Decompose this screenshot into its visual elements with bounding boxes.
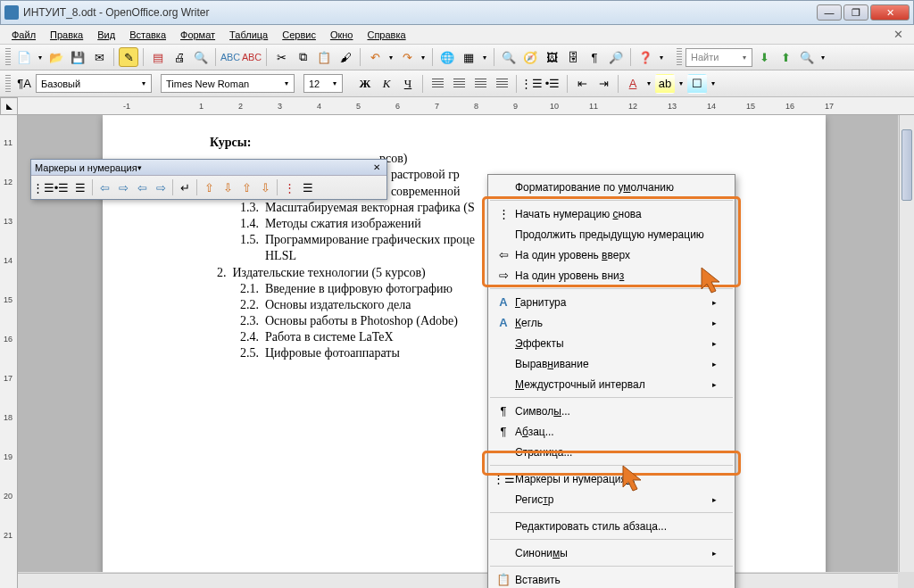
bullets-dialog-button[interactable]: ☰ [299,178,317,196]
align-right-button[interactable] [470,74,490,94]
context-menu-item[interactable]: Синонимы▸ [488,542,735,563]
maximize-button[interactable]: ❐ [843,4,868,21]
spellcheck-button[interactable]: ABC [220,47,240,67]
undo-dropdown[interactable]: ▾ [386,47,395,67]
decrease-indent-button[interactable]: ⇤ [572,74,592,94]
menu-window[interactable]: Окно [324,28,360,42]
demote-button[interactable]: ⇨ [114,178,132,196]
promote-button[interactable]: ⇦ [96,178,113,196]
list-off-button[interactable]: ☰ [71,178,89,196]
move-down-sub-button[interactable]: ⇩ [256,178,274,196]
context-menu-item[interactable]: ⇨На один уровень вниз [488,265,735,286]
context-menu-item[interactable]: ⋮☰Маркеры и нумерация... [488,468,735,489]
highlight-button[interactable]: ab [655,74,675,94]
highlight-dropdown[interactable]: ▾ [677,74,686,94]
menu-table[interactable]: Таблица [223,28,274,42]
edit-button[interactable]: ✎ [119,47,138,67]
menu-format[interactable]: Формат [174,28,221,42]
zoom-button[interactable]: 🔎 [606,47,626,67]
menu-view[interactable]: Вид [91,28,121,42]
vertical-ruler[interactable]: 11 12 13 14 15 16 17 18 19 20 21 [0,115,18,588]
context-menu-item[interactable]: Продолжить предыдущую нумерацию [488,224,735,244]
toolbar-grip[interactable] [5,75,11,93]
underline-button[interactable]: Ч [398,74,418,94]
print-button[interactable]: 🖨 [170,47,189,67]
new-doc-dropdown[interactable]: ▾ [36,47,45,67]
context-menu-item[interactable]: ⋮Начать нумерацию снова [488,203,735,224]
print-preview-button[interactable]: 🔍 [191,47,211,67]
font-color-button[interactable]: A [623,74,643,94]
restart-numbering-button[interactable]: ⋮ [280,178,298,196]
float-close-button[interactable]: ✕ [370,161,383,174]
context-menu-item[interactable]: Страница... [488,442,735,462]
find-replace-button[interactable]: 🔍 [499,47,519,67]
navigator-button[interactable]: 🧭 [520,47,540,67]
bg-color-dropdown[interactable]: ▾ [709,74,718,94]
menu-file[interactable]: Файл [5,28,42,42]
align-justify-button[interactable] [492,74,511,94]
move-up-button[interactable]: ⇧ [200,178,218,196]
align-center-button[interactable] [449,74,469,94]
menu-help[interactable]: Справка [361,28,411,42]
save-button[interactable]: 💾 [68,47,87,67]
numbering-button[interactable]: ⋮☰ [521,74,541,94]
mail-button[interactable]: ✉ [89,47,109,67]
float-titlebar[interactable]: Маркеры и нумерация ▾ ✕ [31,160,386,176]
move-up-sub-button[interactable]: ⇧ [237,178,255,196]
toolbar-grip[interactable] [5,48,11,66]
vertical-scrollbar[interactable] [899,115,914,572]
scrollbar-thumb[interactable] [902,129,912,201]
context-menu-item[interactable]: Редактировать стиль абзаца... [488,516,735,536]
horizontal-ruler[interactable]: -1 1 2 3 4 5 6 7 8 9 10 11 12 13 14 15 1… [18,97,914,115]
horizontal-scrollbar[interactable] [18,573,898,588]
table-dropdown[interactable]: ▾ [480,47,489,67]
font-size-combo[interactable]: 12▾ [303,74,343,93]
font-color-dropdown[interactable]: ▾ [644,74,653,94]
find-input[interactable]: Найти ▾ [686,48,752,67]
font-name-combo[interactable]: Times New Roman▾ [161,74,295,93]
find-all-button[interactable]: 🔍 [797,47,817,67]
toolbar-more[interactable]: ▾ [657,47,666,67]
doc-close-button[interactable]: ✕ [888,28,909,41]
context-menu-item[interactable]: Регистр▸ [488,489,735,509]
context-menu-item[interactable]: Эффекты▸ [488,333,735,353]
context-menu-item[interactable]: ¶Абзац... [488,421,735,442]
hyperlink-button[interactable]: 🌐 [437,47,457,67]
context-menu-item[interactable]: ⇦На один уровень вверх [488,244,735,265]
styles-button[interactable]: ¶A [14,74,34,94]
context-menu-item[interactable]: Форматирование по умолчанию [488,177,735,197]
table-button[interactable]: ▦ [459,47,478,67]
context-menu-item[interactable]: AГарнитура▸ [488,292,735,312]
paste-button[interactable]: 📋 [314,47,334,67]
find-toolbar-more[interactable]: ▾ [818,47,827,67]
promote-sub-button[interactable]: ⇦ [133,178,151,196]
menu-edit[interactable]: Правка [44,28,89,42]
insert-unnum-button[interactable]: ↵ [176,178,194,196]
menu-insert[interactable]: Вставка [123,28,172,42]
help-button[interactable]: ❓ [636,47,655,67]
format-paint-button[interactable]: 🖌 [336,47,355,67]
paragraph-style-combo[interactable]: Базовый▾ [36,74,152,93]
context-menu-item[interactable]: 📋Вставить [488,569,735,588]
demote-sub-button[interactable]: ⇨ [152,178,170,196]
undo-button[interactable]: ↶ [365,47,385,67]
find-toolbar-grip[interactable] [677,48,682,66]
new-doc-button[interactable]: 📄 [14,47,34,67]
gallery-button[interactable]: 🖼 [542,47,561,67]
cut-button[interactable]: ✂ [271,47,291,67]
pdf-export-button[interactable]: ▤ [148,47,168,67]
context-menu-item[interactable]: ¶Символы... [488,401,735,421]
find-prev-button[interactable]: ⬆ [776,47,795,67]
bold-button[interactable]: Ж [355,74,375,94]
close-button[interactable]: ✕ [870,4,910,21]
redo-dropdown[interactable]: ▾ [419,47,428,67]
bullets-numbering-toolbar[interactable]: Маркеры и нумерация ▾ ✕ ⋮☰ •☰ ☰ ⇦ ⇨ ⇦ ⇨ … [30,159,387,200]
open-button[interactable]: 📂 [46,47,66,67]
bg-color-button[interactable]: ☐ [687,74,707,94]
context-menu-item[interactable]: Междустрочный интервал▸ [488,374,735,394]
redo-button[interactable]: ↷ [397,47,417,67]
minimize-button[interactable]: — [817,4,842,21]
context-menu-item[interactable]: Выравнивание▸ [488,353,735,374]
list-btn-2[interactable]: •☰ [53,178,71,196]
italic-button[interactable]: К [377,74,396,94]
